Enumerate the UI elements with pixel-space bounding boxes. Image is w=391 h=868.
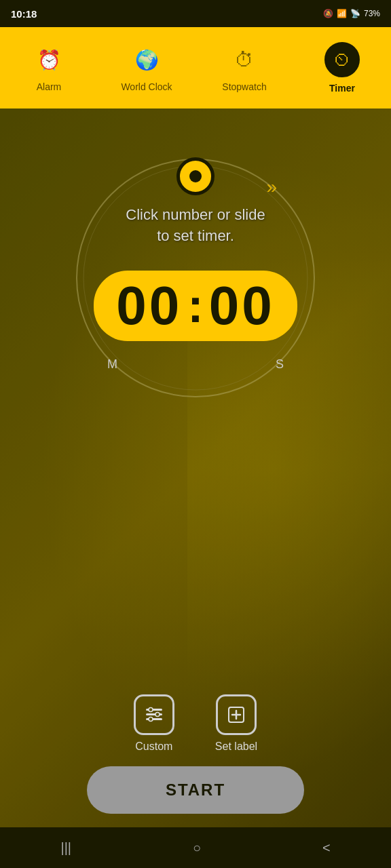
custom-label: Custom — [135, 741, 172, 753]
tab-alarm[interactable]: ⏰ Alarm — [0, 43, 98, 92]
setlabel-label: Set label — [215, 741, 257, 753]
circular-dial[interactable]: » Click number or slide to set timer. 00… — [67, 149, 324, 407]
status-icons: 🔕 📶 📡 73% — [323, 9, 380, 18]
worldclock-icon: 🌍 — [130, 43, 163, 76]
action-buttons: Custom Set label — [134, 694, 257, 753]
tab-timer-label: Timer — [329, 83, 355, 94]
custom-icon — [134, 694, 174, 735]
timer-seconds[interactable]: 00 — [209, 279, 275, 333]
dial-arrow: » — [266, 176, 277, 198]
svg-point-5 — [149, 708, 153, 712]
stopwatch-icon: ⏱ — [228, 43, 261, 76]
svg-point-6 — [155, 713, 160, 717]
start-button[interactable]: START — [87, 766, 304, 814]
tab-stopwatch-label: Stopwatch — [222, 81, 266, 92]
tab-bar: ⏰ Alarm 🌍 World Clock ⏱ Stopwatch ⏲ Time… — [0, 27, 391, 108]
timer-minutes[interactable]: 00 — [116, 279, 182, 333]
svg-point-7 — [149, 717, 153, 722]
custom-button[interactable]: Custom — [134, 694, 174, 753]
main-content: » Click number or slide to set timer. 00… — [0, 108, 391, 827]
tab-alarm-label: Alarm — [37, 81, 62, 92]
bottom-section: Custom Set label START — [0, 681, 391, 827]
timer-icon: ⏲ — [324, 42, 360, 77]
instruction-text: Click number or slide to set timer. — [126, 205, 265, 247]
setlabel-icon — [216, 694, 257, 735]
tab-timer[interactable]: ⏲ Timer — [293, 42, 391, 94]
minute-label: M — [107, 357, 117, 372]
dial-handle[interactable] — [176, 157, 215, 195]
tab-stopwatch[interactable]: ⏱ Stopwatch — [196, 43, 293, 92]
tab-worldclock-label: World Clock — [121, 81, 172, 92]
timer-colon: : — [187, 282, 203, 330]
home-button[interactable]: ○ — [186, 833, 208, 863]
second-label: S — [276, 357, 284, 372]
mute-icon: 🔕 — [323, 9, 333, 18]
wifi-icon: 📶 — [337, 9, 347, 18]
nav-bar: ||| ○ < — [0, 827, 391, 868]
signal-icon: 📡 — [350, 9, 360, 18]
status-bar: 10:18 🔕 📶 📡 73% — [0, 0, 391, 27]
battery-text: 73% — [364, 9, 380, 18]
recent-apps-button[interactable]: ||| — [54, 833, 78, 863]
alarm-icon: ⏰ — [33, 43, 65, 76]
timer-display[interactable]: 00 : 00 — [94, 271, 297, 341]
setlabel-button[interactable]: Set label — [215, 694, 257, 753]
dial-handle-inner — [189, 170, 202, 182]
back-button[interactable]: < — [316, 833, 337, 863]
timer-section: » Click number or slide to set timer. 00… — [67, 149, 324, 407]
timer-labels: M S — [94, 357, 297, 372]
tab-worldclock[interactable]: 🌍 World Clock — [98, 43, 196, 92]
status-time: 10:18 — [11, 8, 37, 20]
